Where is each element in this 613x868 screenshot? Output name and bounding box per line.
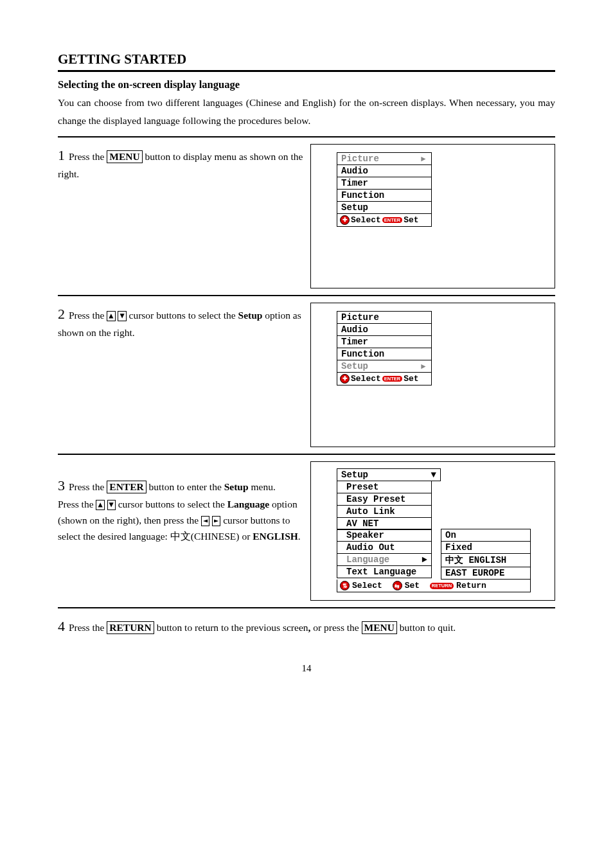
step-number: 1	[58, 147, 65, 163]
up-cursor-icon: ▲	[107, 311, 115, 321]
text: .	[298, 531, 301, 542]
page-title: GETTING STARTED	[58, 51, 555, 67]
down-cursor-icon: ▼	[118, 311, 126, 321]
step-4: 4 Press the RETURN button to return to t…	[58, 615, 555, 637]
text: (CHINESE) or	[191, 531, 253, 542]
legend-select: Select	[352, 581, 382, 590]
step-1-text: 1 Press the MENU button to display menu …	[58, 144, 305, 182]
step-2: 2 Press the ▲ ▼ cursor buttons to select…	[58, 303, 555, 447]
menu-legend: ✚Select ENTERSet	[337, 214, 432, 227]
setup-item-av-net: AV NET	[337, 518, 432, 530]
menu-item-timer: Timer	[337, 336, 432, 348]
up-cursor-icon: ▲	[96, 500, 104, 510]
setup-legend: ⇅Select ⇆Set RETURNReturn	[337, 580, 531, 592]
setup-item-language: Language►	[337, 554, 432, 566]
rule	[58, 607, 555, 608]
osd-setup-menu: Setup▼ Preset Easy Preset Auto Link AV N…	[310, 461, 555, 601]
return-pill-icon: RETURN	[430, 583, 454, 589]
menu-item-setup: Setup►	[337, 360, 432, 373]
menu-item-function: Function	[337, 348, 432, 360]
section-subhead: Selecting the on-screen display language	[58, 78, 555, 91]
osd-menu-2: Picture Audio Timer Function Setup► ✚Sel…	[310, 303, 555, 447]
bold-label: Setup	[238, 310, 263, 321]
menu-list: Picture Audio Timer Function Setup► ✚Sel…	[337, 311, 432, 385]
setup-left-col-2: Speaker Audio Out Language► Text Languag…	[337, 529, 432, 578]
menu-button-label: MENU	[362, 621, 397, 634]
bold-label: Language	[227, 499, 269, 509]
menu-legend: ✚Select ENTERSet	[337, 373, 432, 385]
dpad-icon: ✚	[340, 215, 350, 225]
setup-value-text-language: EAST EUROPE	[441, 567, 531, 580]
section-intro: You can choose from two different langua…	[58, 94, 555, 130]
setup-value-language: 中文 ENGLISH	[441, 554, 531, 567]
right-arrow-icon: ►	[422, 554, 427, 565]
right-cursor-icon: ►	[212, 516, 220, 526]
page-number: 14	[58, 663, 555, 674]
text: Press the	[69, 481, 107, 492]
text: Press the	[69, 310, 107, 321]
right-arrow-icon: ►	[420, 362, 427, 371]
setup-item-text-language: Text Language	[337, 566, 432, 578]
enter-pill-icon: ENTER	[382, 217, 402, 224]
step-3-text: 3 Press the ENTER button to enter the Se…	[58, 461, 305, 545]
setup-item-preset: Preset	[337, 481, 432, 493]
text: button to quit.	[397, 622, 456, 633]
step-number: 4	[58, 618, 65, 634]
menu-item-picture: Picture►	[337, 152, 432, 165]
text: or press the	[313, 622, 361, 633]
dpad-horiz-icon: ⇆	[393, 581, 402, 590]
bold-label: Setup	[224, 481, 249, 492]
setup-value-audio-out: Fixed	[441, 542, 531, 554]
text: Press the	[69, 151, 107, 162]
setup-item-auto-link: Auto Link	[337, 506, 432, 518]
menu-item-audio: Audio	[337, 165, 432, 177]
setup-value-speaker: On	[441, 529, 531, 542]
step-3: 3 Press the ENTER button to enter the Se…	[58, 461, 555, 601]
rule	[58, 70, 555, 72]
english-label: ENGLISH	[253, 531, 298, 542]
setup-head: Setup▼	[337, 468, 441, 481]
rule	[58, 454, 555, 455]
step-number: 2	[58, 306, 65, 322]
right-arrow-icon: ►	[420, 154, 427, 163]
menu-item-timer: Timer	[337, 177, 432, 190]
enter-pill-icon: ENTER	[382, 376, 402, 382]
setup-item-easy-preset: Easy Preset	[337, 493, 432, 506]
text: button to return to the previous screen	[154, 622, 308, 633]
legend-select: Select	[351, 374, 381, 384]
legend-return: Return	[456, 581, 486, 590]
step-2-text: 2 Press the ▲ ▼ cursor buttons to select…	[58, 303, 305, 341]
setup-right-col-2: On Fixed 中文 ENGLISH EAST EUROPE	[441, 529, 531, 580]
step-1: 1 Press the MENU button to display menu …	[58, 144, 555, 288]
dpad-icon: ✚	[340, 374, 350, 384]
chinese-label: 中文	[170, 531, 191, 542]
legend-set: Set	[404, 215, 418, 225]
down-cursor-icon: ▼	[107, 500, 116, 510]
text: Press the	[58, 499, 96, 509]
setup-item-audio-out: Audio Out	[337, 542, 432, 554]
text: menu.	[249, 481, 276, 492]
text: cursor buttons to select the	[127, 310, 238, 321]
return-button-label: RETURN	[107, 621, 154, 634]
menu-list: Picture► Audio Timer Function Setup ✚Sel…	[337, 152, 432, 227]
dpad-vert-icon: ⇅	[340, 581, 350, 590]
menu-button-label: MENU	[107, 150, 142, 163]
menu-item-audio: Audio	[337, 324, 432, 336]
legend-select: Select	[351, 215, 381, 225]
down-arrow-icon: ▼	[431, 470, 436, 480]
setup-item-speaker: Speaker	[337, 529, 432, 542]
text: cursor buttons to select the	[116, 499, 227, 509]
rule	[58, 136, 555, 137]
menu-item-setup: Setup	[337, 202, 432, 214]
step-number: 3	[58, 477, 65, 493]
left-cursor-icon: ◄	[201, 516, 209, 526]
legend-set: Set	[405, 581, 420, 590]
legend-set: Set	[404, 374, 418, 384]
rule	[58, 295, 555, 296]
text: button to enter the	[147, 481, 224, 492]
text: Press the	[69, 622, 107, 633]
enter-button-label: ENTER	[107, 481, 146, 493]
setup-left-col: Setup▼ Preset Easy Preset Auto Link AV N…	[337, 468, 441, 530]
osd-menu-1: Picture► Audio Timer Function Setup ✚Sel…	[310, 144, 555, 288]
menu-item-picture: Picture	[337, 311, 432, 324]
